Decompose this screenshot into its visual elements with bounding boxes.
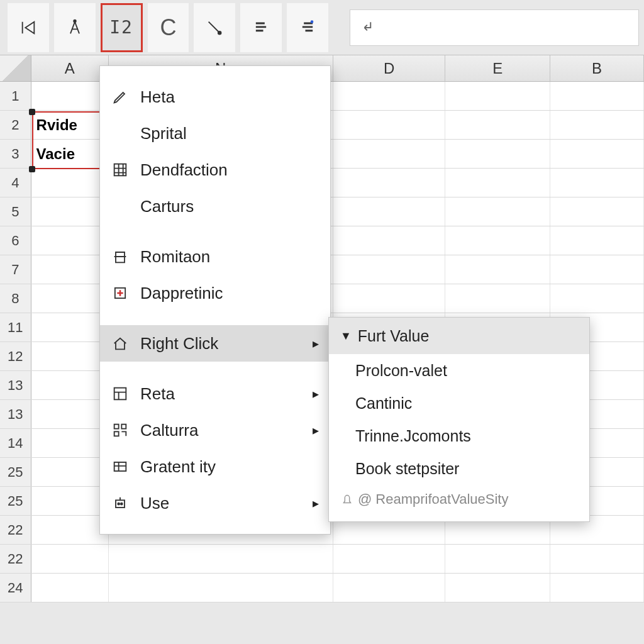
row-header[interactable]: 13: [0, 371, 31, 399]
submenu-item[interactable]: Cantinic: [329, 387, 589, 419]
cell[interactable]: Vacie: [31, 140, 109, 168]
cell[interactable]: [333, 284, 446, 313]
row-header[interactable]: 25: [0, 487, 31, 515]
toolbar-btn-align-left[interactable]: [240, 3, 282, 52]
menu-item-use[interactable]: Use▸: [100, 485, 330, 521]
menu-item-calturra[interactable]: Calturra▸: [100, 412, 330, 448]
cell[interactable]: [445, 284, 550, 313]
cell[interactable]: [445, 255, 550, 284]
cell[interactable]: [31, 226, 109, 255]
cell[interactable]: [31, 284, 109, 313]
cell[interactable]: [333, 82, 446, 110]
row-header[interactable]: 5: [0, 197, 31, 226]
cell[interactable]: [31, 197, 109, 226]
cell[interactable]: [550, 140, 644, 168]
cell[interactable]: [550, 82, 644, 110]
cell[interactable]: [31, 429, 109, 457]
row-header[interactable]: 8: [0, 284, 31, 313]
submenu-item[interactable]: Book stetpsiter: [329, 452, 589, 485]
submenu-item[interactable]: Trinne.Jcomonts: [329, 419, 589, 452]
menu-item-dappretinic[interactable]: Dappretinic: [100, 275, 330, 311]
cell[interactable]: [109, 574, 333, 602]
cell[interactable]: [445, 111, 550, 139]
menu-item-carturs[interactable]: Carturs: [100, 188, 330, 225]
cell[interactable]: [31, 255, 109, 284]
cell[interactable]: [550, 574, 644, 602]
cell[interactable]: [445, 82, 550, 110]
formula-bar[interactable]: [350, 9, 639, 46]
col-header-A[interactable]: A: [31, 55, 109, 81]
cell[interactable]: [109, 545, 333, 573]
row-header[interactable]: 22: [0, 545, 31, 573]
cell[interactable]: [31, 342, 109, 370]
menu-item-romitaon[interactable]: Romitaon: [100, 238, 330, 275]
col-header-B[interactable]: B: [550, 55, 644, 81]
cell[interactable]: [550, 255, 644, 284]
cell[interactable]: [31, 400, 109, 428]
cell[interactable]: [31, 169, 109, 197]
cell[interactable]: [333, 574, 446, 602]
row-header[interactable]: 22: [0, 516, 31, 544]
submenu-header[interactable]: ▼ Furt Value: [329, 318, 589, 354]
menu-item-heta[interactable]: Heta: [100, 79, 330, 115]
cell[interactable]: [333, 197, 446, 226]
cell[interactable]: [31, 574, 109, 602]
row-header[interactable]: 13: [0, 400, 31, 428]
row-header[interactable]: 6: [0, 226, 31, 255]
row-header[interactable]: 1: [0, 82, 31, 110]
toolbar-btn-draw[interactable]: [194, 3, 235, 52]
menu-item-gratent-ity[interactable]: Gratent ity: [100, 448, 330, 485]
menu-label: Calturra: [136, 421, 313, 440]
row-header[interactable]: 7: [0, 255, 31, 284]
toolbar-btn-align-right[interactable]: [287, 3, 328, 52]
cell[interactable]: [31, 458, 109, 486]
cell[interactable]: [445, 197, 550, 226]
cell[interactable]: [333, 140, 446, 168]
row-header[interactable]: 11: [0, 313, 31, 341]
cell[interactable]: [445, 169, 550, 197]
cell[interactable]: Rvide: [31, 111, 109, 139]
cell[interactable]: [31, 516, 109, 544]
cell[interactable]: [31, 371, 109, 399]
cell[interactable]: [31, 545, 109, 573]
cell[interactable]: [550, 284, 644, 313]
row-header[interactable]: 25: [0, 458, 31, 486]
selection-handle-top[interactable]: [29, 109, 35, 115]
row-header[interactable]: 12: [0, 342, 31, 370]
selection-handle-bottom[interactable]: [29, 166, 35, 172]
toolbar-btn-refresh[interactable]: C: [148, 3, 189, 52]
menu-item-sprital[interactable]: Sprital: [100, 115, 330, 152]
cell[interactable]: [550, 197, 644, 226]
menu-item-dendfaction[interactable]: Dendfaction: [100, 152, 330, 188]
cell[interactable]: [333, 169, 446, 197]
cell[interactable]: [31, 313, 109, 341]
cell[interactable]: [31, 487, 109, 515]
cell[interactable]: [333, 255, 446, 284]
cell[interactable]: [445, 140, 550, 168]
row-header[interactable]: 4: [0, 169, 31, 197]
cell[interactable]: [445, 226, 550, 255]
cell[interactable]: [550, 169, 644, 197]
toolbar-btn-cellref[interactable]: I2: [101, 3, 143, 52]
toolbar-btn-font[interactable]: [54, 3, 96, 52]
cell[interactable]: [333, 111, 446, 139]
col-header-D[interactable]: D: [333, 55, 446, 81]
cell[interactable]: [31, 82, 109, 110]
row-header[interactable]: 2: [0, 111, 31, 139]
cell[interactable]: [333, 226, 446, 255]
cell[interactable]: [550, 545, 644, 573]
row-header[interactable]: 14: [0, 429, 31, 457]
menu-item-rightclick[interactable]: Right Click ▸: [100, 325, 330, 362]
cell[interactable]: [333, 545, 446, 573]
toolbar-btn-first[interactable]: [8, 3, 49, 52]
row-header[interactable]: 24: [0, 574, 31, 602]
row-header[interactable]: 3: [0, 140, 31, 168]
cell[interactable]: [550, 226, 644, 255]
col-header-E[interactable]: E: [445, 55, 550, 81]
cell[interactable]: [445, 545, 550, 573]
submenu-item[interactable]: Prolcon-valet: [329, 354, 589, 387]
cell[interactable]: [550, 111, 644, 139]
select-all-corner[interactable]: [0, 55, 31, 81]
menu-item-reta[interactable]: Reta▸: [100, 375, 330, 412]
cell[interactable]: [445, 574, 550, 602]
